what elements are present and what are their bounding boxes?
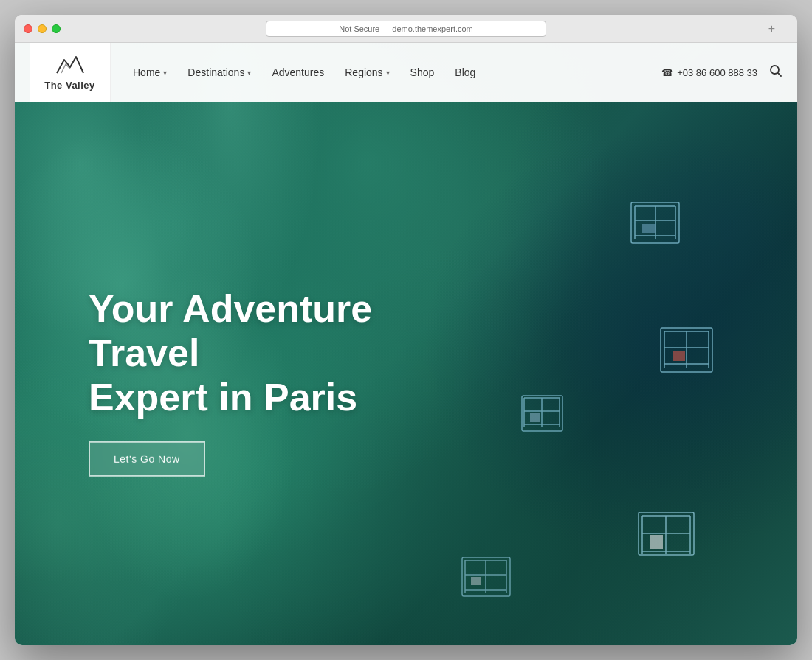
search-button[interactable] xyxy=(769,64,782,80)
svg-rect-15 xyxy=(673,351,685,361)
nav-item-blog[interactable]: Blog xyxy=(455,66,475,78)
navbar: The Valley Home ▾ Destinations ▾ Adventu… xyxy=(15,43,797,102)
chevron-down-icon: ▾ xyxy=(386,69,390,77)
title-bar: Not Secure — demo.themexpert.com + xyxy=(15,15,797,43)
hero-background: The Valley Home ▾ Destinations ▾ Adventu… xyxy=(15,43,797,645)
logo-icon xyxy=(55,54,85,78)
cta-button[interactable]: Let's Go Now xyxy=(89,441,205,477)
maximize-button[interactable] xyxy=(52,24,61,33)
close-button[interactable] xyxy=(24,24,32,33)
nav-item-home[interactable]: Home ▾ xyxy=(133,66,167,78)
svg-rect-23 xyxy=(530,413,540,422)
nav-item-destinations[interactable]: Destinations ▾ xyxy=(187,66,251,78)
svg-rect-39 xyxy=(471,577,481,585)
svg-rect-31 xyxy=(650,535,663,549)
nav-item-regions[interactable]: Regions ▾ xyxy=(345,66,389,78)
chevron-down-icon: ▾ xyxy=(163,69,167,77)
logo[interactable]: The Valley xyxy=(30,43,111,102)
nav-links: Home ▾ Destinations ▾ Adventures Regions… xyxy=(125,66,661,78)
nav-item-shop[interactable]: Shop xyxy=(410,66,435,78)
chevron-down-icon: ▾ xyxy=(247,69,251,77)
mac-window: Not Secure — demo.themexpert.com + xyxy=(15,15,797,645)
nav-right: ☎ +03 86 600 888 33 xyxy=(661,64,782,80)
new-tab-button[interactable]: + xyxy=(768,23,775,35)
minimize-button[interactable] xyxy=(38,24,47,33)
browser-content: The Valley Home ▾ Destinations ▾ Adventu… xyxy=(15,43,797,645)
hero-content: Your Adventure Travel Expert in Paris Le… xyxy=(89,287,443,477)
traffic-lights xyxy=(24,24,61,33)
phone-contact: ☎ +03 86 600 888 33 xyxy=(661,67,757,78)
svg-rect-7 xyxy=(642,224,656,233)
svg-line-41 xyxy=(778,73,782,77)
nav-item-adventures[interactable]: Adventures xyxy=(272,66,324,78)
address-bar-text: Not Secure — demo.themexpert.com xyxy=(339,24,473,33)
hero-title: Your Adventure Travel Expert in Paris xyxy=(89,287,443,419)
phone-icon: ☎ xyxy=(661,67,673,78)
address-bar[interactable]: Not Secure — demo.themexpert.com xyxy=(266,21,546,37)
logo-text: The Valley xyxy=(44,80,95,91)
